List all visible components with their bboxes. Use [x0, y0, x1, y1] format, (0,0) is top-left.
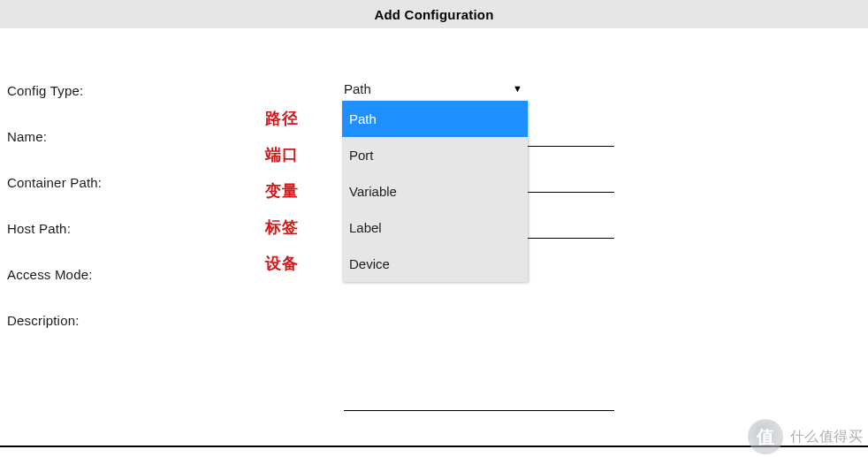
- label-description: Description:: [7, 313, 80, 328]
- row-host-path: Host Path:: [7, 216, 71, 240]
- divider: [0, 446, 868, 447]
- dropdown-option-path[interactable]: Path: [342, 101, 528, 137]
- row-description: Description:: [7, 308, 80, 332]
- bottom-input-underline[interactable]: [344, 410, 614, 411]
- watermark-icon: 值: [748, 419, 783, 454]
- watermark-icon-text: 值: [757, 425, 774, 449]
- label-container-path: Container Path:: [7, 175, 102, 190]
- row-name: Name:: [7, 124, 47, 149]
- label-config-type: Config Type:: [7, 83, 83, 98]
- dropdown-option-label[interactable]: Label: [342, 209, 528, 246]
- annotation-path: 路径: [265, 108, 299, 129]
- dropdown-option-variable[interactable]: Variable: [342, 173, 528, 209]
- watermark: 值 什么值得买: [748, 416, 869, 457]
- config-type-dropdown: Path Port Variable Label Device: [342, 101, 528, 282]
- chevron-down-icon: ▼: [513, 83, 522, 94]
- config-type-select[interactable]: Path ▼: [342, 76, 528, 101]
- config-type-select-value: Path: [344, 81, 371, 96]
- dialog-title: Add Configuration: [374, 7, 493, 22]
- watermark-text: 什么值得买: [790, 428, 864, 446]
- annotation-variable: 变量: [265, 180, 299, 202]
- row-access-mode: Access Mode:: [7, 262, 93, 286]
- row-config-type: Config Type:: [7, 78, 83, 103]
- dropdown-option-device[interactable]: Device: [342, 246, 528, 282]
- label-name: Name:: [7, 129, 47, 144]
- annotation-device: 设备: [265, 253, 299, 274]
- label-host-path: Host Path:: [7, 221, 71, 236]
- label-access-mode: Access Mode:: [7, 267, 93, 282]
- annotation-port: 端口: [265, 144, 299, 165]
- dialog-header: Add Configuration: [0, 0, 868, 28]
- dropdown-option-port[interactable]: Port: [342, 137, 528, 173]
- annotation-label: 标签: [265, 217, 299, 238]
- row-container-path: Container Path:: [7, 170, 102, 194]
